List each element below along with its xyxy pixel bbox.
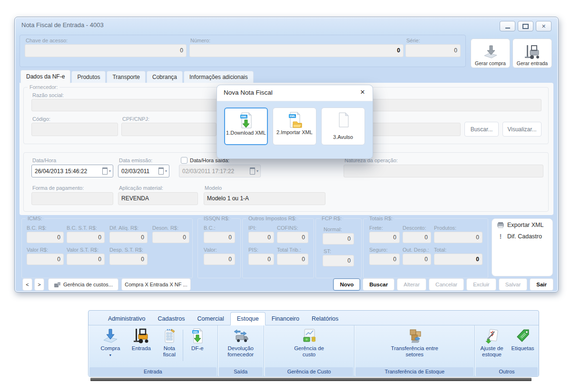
ribbon-item-devolucao-fornecedor[interactable]: Devolução fornecedor (222, 328, 260, 358)
sair-button[interactable]: Sair (530, 278, 553, 291)
buscar-button[interactable]: Buscar (363, 278, 394, 291)
natureza-operacao-input[interactable] (344, 165, 543, 177)
ipi-input[interactable]: 0 (248, 232, 274, 243)
field-label: COFINS: (277, 225, 298, 231)
data-saida-checkbox[interactable] (181, 157, 187, 164)
cpf-cnpj-input[interactable] (121, 123, 217, 136)
chave-acesso-label: Chave de acesso: (26, 38, 68, 43)
ribbon-item-gerencia-custo[interactable]: Gerência de custo (290, 328, 329, 358)
download-xml-option[interactable]: XML 1.Download XML (224, 108, 268, 145)
codigo-input[interactable] (31, 123, 118, 136)
data-hora-picker[interactable]: 26/04/2013 15:46:22 ▾ (31, 165, 113, 177)
ribbon-tab-cadastros[interactable]: Cadastros (152, 313, 191, 325)
forklift-gray-icon (524, 44, 541, 59)
minimize-button[interactable] (500, 21, 515, 31)
tab-informacoes-adicionais[interactable]: Informações adicionais (184, 71, 254, 83)
ribbon-item-nota-fiscal[interactable]: Nota fiscal (158, 328, 180, 358)
cancelar-button[interactable]: Cancelar (429, 278, 464, 291)
dif-cadastro-button[interactable]: ! Dif. Cadastro (492, 229, 552, 241)
icms-valor-st-input[interactable]: 0 (67, 254, 105, 265)
icms-deson-input[interactable]: 0 (152, 232, 189, 243)
data-saida-picker[interactable]: 02/03/2011 17:17:22 ▾ (179, 165, 261, 177)
field-label: ST: (324, 248, 331, 254)
tab-produtos[interactable]: Produtos (71, 71, 106, 83)
ribbon-item-dfe[interactable]: XML DF-e (186, 328, 209, 352)
seguro-input[interactable]: 0 (369, 254, 400, 265)
issqn-group: ISSQN R$: B.C.: 0 Valor: 0 (197, 218, 241, 278)
produtos-input[interactable]: 0 (434, 232, 482, 243)
compra-entrada-nf-tab-button[interactable]: Compra X Entrada X NF ... (121, 278, 191, 291)
fcp-normal-input[interactable]: 0 (323, 233, 354, 245)
app-window-edge (90, 378, 532, 381)
icms-dif-aliq-input[interactable]: 0 (109, 232, 148, 243)
truck-return-icon (232, 328, 249, 344)
ribbon-tab-administrativo[interactable]: Administrativo (102, 313, 152, 325)
window-title: Nota Fiscal de Entrada - 4003 (21, 21, 104, 29)
avulso-option[interactable]: 3.Avulso (321, 108, 365, 145)
numero-input[interactable]: 0 (189, 44, 404, 57)
aplicacao-material-input[interactable]: REVENDA (118, 192, 198, 205)
close-button[interactable]: ✕ (536, 21, 551, 31)
exportar-xml-button[interactable]: Exportar XML (492, 219, 552, 229)
nav-next-button[interactable]: > (34, 278, 44, 291)
total-input[interactable]: 0 (434, 254, 482, 265)
tab-dados-da-nfe[interactable]: Dados da NF-e (20, 70, 70, 83)
desconto-input[interactable]: 0 (403, 232, 431, 243)
ribbon-tab-estoque[interactable]: Estoque (230, 312, 266, 325)
gerar-entrada-button[interactable]: Gerar entrada (512, 39, 552, 68)
pis-input[interactable]: 0 (248, 254, 274, 265)
calendar-icon (250, 167, 255, 175)
nav-prev-button[interactable]: < (22, 278, 32, 291)
ribbon-item-ajuste-estoque[interactable]: Ajuste de estoque (477, 328, 507, 358)
ribbon-item-compra[interactable]: Compra ▾ (97, 328, 124, 358)
tab-transporte[interactable]: Transporte (107, 71, 146, 83)
nova-nota-fiscal-dialog: Nova Nota Fiscal ✕ XML 1.Download XML (217, 85, 373, 159)
total-trib-input[interactable]: 0 (277, 254, 308, 265)
chave-acesso-input[interactable]: 0 (25, 44, 187, 57)
tab-cobranca[interactable]: Cobrança (147, 71, 183, 83)
issqn-bc-input[interactable]: 0 (204, 232, 235, 243)
ribbon-item-transferencia-setores[interactable]: Transferência entre setores (386, 328, 443, 358)
xml-download-icon: XML (189, 328, 206, 344)
importar-xml-option[interactable]: XML 2.Importar XML (273, 108, 316, 145)
novo-button[interactable]: Novo (333, 278, 360, 291)
razao-social-label: Razão social: (32, 92, 64, 98)
serie-input[interactable]: 0 (405, 44, 461, 57)
fcp-st-input[interactable]: 0 (323, 255, 354, 266)
data-emissao-picker[interactable]: 02/03/2011 ▾ (118, 165, 169, 177)
icms-bc-st-input[interactable]: 0 (67, 232, 105, 243)
gerencia-custos-tab-button[interactable]: Gerência de custos... (48, 278, 118, 291)
ribbon-tab-relatorios[interactable]: Relatórios (305, 313, 345, 325)
icms-valor-input[interactable]: 0 (27, 254, 64, 265)
stock-adjust-icon (484, 328, 500, 344)
buscar-fornecedor-button[interactable]: Buscar... (464, 122, 499, 137)
fornecedor-group-label: Fornecedor: (28, 84, 59, 90)
dialog-close-button[interactable]: ✕ (358, 88, 367, 96)
ribbon-group-caption: Entrada (89, 367, 217, 376)
icms-bc-input[interactable]: 0 (27, 232, 64, 243)
issqn-valor-input[interactable]: 0 (204, 254, 235, 265)
salvar-button[interactable]: Salvar (499, 278, 528, 291)
forma-pagamento-input[interactable] (31, 192, 113, 205)
gerar-compra-button[interactable]: Gerar compra (471, 39, 510, 68)
cofins-input[interactable]: 0 (277, 232, 308, 243)
totais-group-label: Totais R$: (367, 216, 394, 221)
field-label: IPI: (248, 225, 256, 231)
excluir-button[interactable]: Excluir (466, 278, 496, 291)
maximize-button[interactable] (518, 21, 533, 31)
out-desp-input[interactable]: 0 (403, 254, 431, 265)
xml-download-icon: XML (238, 112, 254, 129)
alterar-button[interactable]: Alterar (397, 278, 426, 291)
svg-text:XML: XML (241, 115, 247, 118)
ribbon-tab-comercial[interactable]: Comercial (191, 313, 230, 325)
issqn-group-label: ISSQN R$: (202, 216, 231, 221)
gerencia-custos-icon (54, 282, 61, 288)
ribbon-item-entrada[interactable]: Entrada (127, 328, 156, 352)
ribbon-item-etiquetas[interactable]: Etiquetas (509, 328, 537, 352)
svg-text:XML: XML (289, 115, 295, 118)
modelo-input[interactable]: Modelo 1 ou 1-A (204, 192, 325, 205)
frete-input[interactable]: 0 (369, 232, 400, 243)
ribbon-tab-financeiro[interactable]: Financeiro (266, 313, 305, 325)
icms-desp-st-input[interactable]: 0 (109, 254, 148, 265)
visualizar-fornecedor-button[interactable]: Visualizar... (502, 122, 541, 137)
